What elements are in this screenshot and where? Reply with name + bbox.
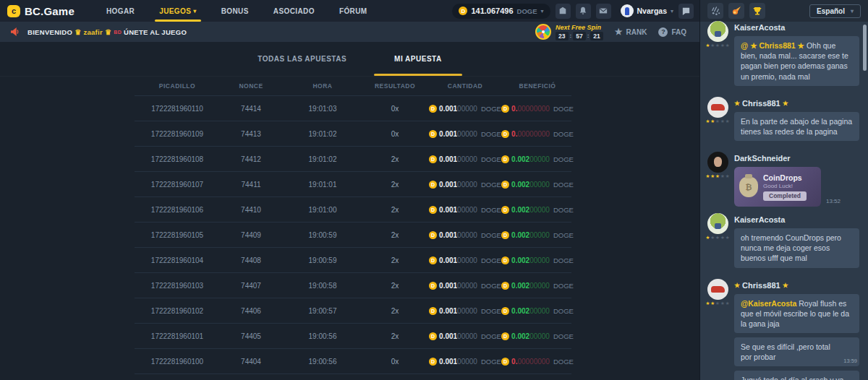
country-badge: BD (114, 30, 122, 35)
table-row[interactable]: 17222819601107441419:01:030xD0.00100000D… (135, 96, 571, 121)
chat-username[interactable]: ★Chriss881★ (734, 99, 859, 108)
star-icon: ★ (710, 43, 715, 48)
star-icon: ★ (715, 236, 720, 241)
language-selector[interactable]: Español ▾ (809, 4, 861, 18)
bet-hash: 1722281960104 (135, 256, 220, 264)
table-row[interactable]: 17222819601067441019:01:002xD0.00100000D… (135, 197, 571, 223)
bcgame-logo[interactable]: c BC.Game (7, 5, 75, 17)
column-header-nonce: NONCE (220, 82, 282, 90)
bet-amount: D0.00100000DOGE (427, 155, 503, 163)
table-row[interactable]: 17222819601007440419:00:560xD0.00100000D… (135, 349, 571, 374)
mention-link[interactable]: @ ★ Chriss881 ★ (741, 41, 804, 50)
wallet-button[interactable] (556, 4, 571, 19)
bet-profit: D0.00200000DOGE (503, 282, 571, 290)
coindrops-card[interactable]: ₿CoinDropsGood Luck!Completed (734, 167, 821, 207)
balance-selector[interactable]: D 141.067496 DOGE ▾ (452, 4, 550, 19)
chat-scrollbar[interactable] (863, 25, 867, 71)
avatar[interactable] (707, 279, 728, 300)
banner-right: Next Free Spin 23 : 57 : 21 ★ RANK (535, 24, 689, 40)
chat-bubble: En la parte de abajo de la pagina tienes… (734, 112, 859, 141)
doge-coin-icon: D (501, 231, 509, 239)
bet-nonce: 74414 (220, 105, 282, 113)
free-spin-widget[interactable]: Next Free Spin 23 : 57 : 21 (535, 24, 603, 40)
bet-nonce: 74409 (220, 231, 282, 239)
star-icon: ★ (710, 301, 715, 306)
timer-seconds: 21 (590, 32, 603, 40)
table-row[interactable]: 17222819601037440719:00:582xD0.00100000D… (135, 273, 571, 298)
bell-icon (579, 7, 587, 15)
table-row[interactable]: 17222819601017440519:00:562xD0.00100000D… (135, 324, 571, 349)
bet-nonce: 74407 (220, 282, 282, 290)
welcome-username[interactable]: zaafir (83, 28, 103, 36)
doge-coin-icon: D (429, 307, 437, 315)
bet-profit: D0.00000000DOGE (503, 358, 571, 366)
chat-username[interactable]: KaiserAcosta (734, 23, 859, 32)
bet-amount: D0.00100000DOGE (427, 206, 503, 214)
bcgame-logo-icon: c (7, 5, 20, 17)
chat-toggle-button[interactable] (678, 4, 694, 19)
avatar[interactable] (707, 21, 728, 42)
bet-nonce: 74412 (220, 155, 282, 163)
bet-time: 19:01:02 (282, 155, 363, 163)
bet-time: 19:01:00 (282, 206, 363, 214)
envelope-icon (599, 7, 608, 15)
chat-message: ★★★★★KaiserAcostaoh tremendo CounDrops p… (706, 213, 859, 272)
chat-username[interactable]: DarkSchneider (734, 154, 859, 163)
doge-coin-icon: D (429, 130, 437, 138)
rank-link[interactable]: ★ RANK (615, 27, 647, 37)
doge-coin-icon: D (429, 105, 437, 113)
nav-item-asociado[interactable]: ASOCIADO (272, 0, 316, 22)
user-avatar (621, 4, 634, 17)
table-row[interactable]: 17222819601047440819:00:592xD0.00100000D… (135, 248, 571, 273)
nav-item-hogar[interactable]: HOGAR (105, 0, 136, 22)
table-row[interactable]: 17222819601057440919:00:592xD0.00100000D… (135, 223, 571, 248)
chat-message: ★★★★★★Chriss881★En la parte de abajo de … (706, 97, 859, 145)
user-rating: ★★★★★ (705, 301, 729, 306)
doge-coin-icon: D (501, 332, 509, 340)
balance-currency: DOGE (517, 7, 537, 15)
star-icon: ★ (726, 43, 730, 48)
nav-menu: HOGAR JUEGOS▾ BONUS ASOCIADO FÓRUM (105, 0, 369, 22)
bet-profit: D0.00000000DOGE (503, 105, 571, 113)
chat-username[interactable]: ★Chriss881★ (734, 281, 859, 290)
table-row[interactable]: 17222819601097441319:01:020xD0.00100000D… (135, 121, 571, 147)
avatar[interactable] (707, 97, 728, 118)
star-icon: ★ (783, 100, 788, 107)
tab-todas-las-apuestas[interactable]: TODAS LAS APUESTAS (237, 42, 367, 76)
bet-result: 2x (363, 181, 427, 189)
nav-item-bonus[interactable]: BONUS (220, 0, 250, 22)
welcome-text: BIENVENIDO ♛ zaafir ♛ BD ÚNETE AL JUEGO (27, 28, 187, 36)
bet-hash: 1722281960100 (135, 358, 220, 366)
avatar[interactable] (707, 152, 728, 173)
doge-coin-icon: D (501, 206, 509, 214)
star-icon: ★ (726, 174, 730, 179)
rain-icon (711, 7, 720, 16)
bet-result: 0x (363, 105, 427, 113)
nav-item-forum[interactable]: FÓRUM (338, 0, 369, 22)
nav-item-juegos[interactable]: JUEGOS▾ (158, 0, 198, 22)
table-row[interactable]: 17222819601087441219:01:022xD0.00100000D… (135, 147, 571, 172)
chat-bubble: Jugué todo el día al crash y ya me canso (734, 371, 859, 380)
spin-wheel-icon (535, 24, 551, 40)
chat-username[interactable]: KaiserAcosta (734, 215, 859, 224)
bet-profit: D0.00200000DOGE (503, 231, 571, 239)
messages-button[interactable] (596, 4, 611, 19)
faq-link[interactable]: ? FAQ (658, 27, 686, 37)
money-bag-icon: ₿ (739, 177, 758, 197)
bets-section: TODAS LAS APUESTAS MI APUESTA PICADILLO … (0, 42, 699, 380)
column-header-hora: HORA (282, 82, 363, 90)
table-row[interactable]: 17222819601077441119:01:012xD0.00100000D… (135, 172, 571, 197)
table-row[interactable]: 17222819601027440619:00:572xD0.00100000D… (135, 298, 571, 324)
tab-mi-apuesta[interactable]: MI APUESTA (374, 42, 462, 76)
doge-coin-icon: D (501, 155, 509, 163)
star-icon: ★ (715, 119, 720, 124)
doge-coin-icon: D (501, 130, 509, 138)
bet-rows: 17222819601107441419:01:030xD0.00100000D… (135, 96, 571, 374)
bet-time: 19:01:03 (282, 105, 363, 113)
avatar[interactable] (707, 213, 728, 234)
bet-profit: D0.00200000DOGE (503, 307, 571, 315)
notifications-button[interactable] (576, 4, 591, 19)
chat-bubble: Se que es difícil ,pero total por probar… (734, 337, 859, 366)
mention-link[interactable]: @KaiserAcosta (741, 299, 796, 308)
user-menu[interactable]: Nvargas ▾ (621, 4, 673, 17)
